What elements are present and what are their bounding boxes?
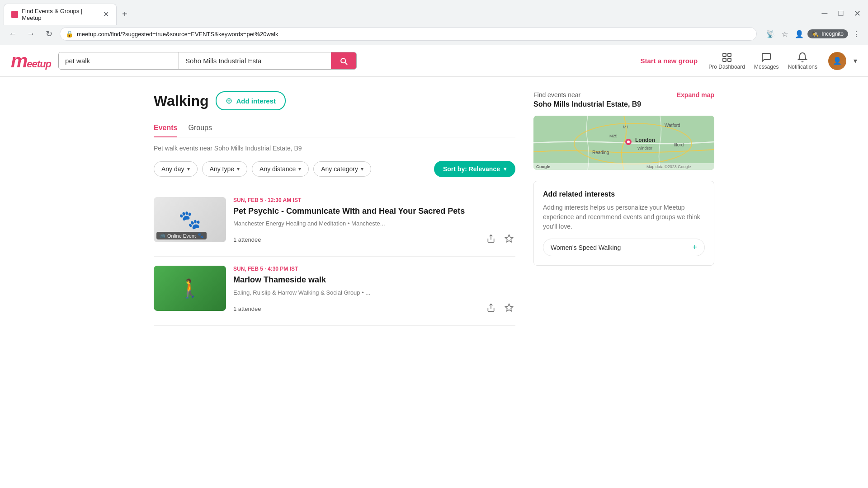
search-keyword-input[interactable] [59, 52, 179, 69]
incognito-hat-icon: 🕵️ [812, 31, 819, 37]
bookmark-star-icon [505, 234, 514, 243]
svg-text:Windsor: Windsor [637, 146, 652, 150]
svg-rect-3 [728, 58, 731, 61]
filter-category-label: Any category [321, 165, 358, 173]
sort-button[interactable]: Sort by: Relevance ▾ [434, 161, 515, 177]
page-title: Walking [154, 93, 208, 109]
share-button-2[interactable] [485, 301, 497, 316]
close-window-button[interactable]: ✕ [850, 6, 864, 21]
bookmark-button[interactable]: ☆ [778, 28, 791, 40]
related-tag-button[interactable]: Women's Speed Walking + [543, 239, 705, 256]
incognito-badge: 🕵️ Incognito [807, 29, 848, 38]
svg-marker-4 [505, 235, 513, 242]
browser-chrome: Find Events & Groups | Meetup ✕ + ─ □ ✕ … [0, 0, 868, 45]
map-svg: London Reading Watford Ilford M25 M1 Win… [533, 116, 714, 170]
event-attendees-1: 1 attendee [233, 236, 261, 243]
filter-type-chevron-icon: ▾ [237, 166, 240, 172]
tab-close-button[interactable]: ✕ [103, 11, 109, 18]
expand-map-link[interactable]: Expand map [677, 91, 714, 99]
map-container[interactable]: London Reading Watford Ilford M25 M1 Win… [533, 116, 714, 170]
filters-bar: Any day ▾ Any type ▾ Any distance ▾ Any … [154, 161, 515, 177]
browser-action-buttons: 📡 ☆ 👤 🕵️ Incognito ⋮ [764, 28, 863, 40]
svg-point-16 [627, 141, 630, 143]
event-footer-1: 1 attendee [233, 232, 515, 247]
event-footer-2: 1 attendee [233, 301, 515, 316]
security-lock-icon: 🔒 [66, 30, 73, 38]
event-card-2: 🚶 SUN, FEB 5 · 4:30 PM IST Marlow Thames… [154, 257, 515, 325]
main-content: Walking ⊕ Add interest Events Groups Pet… [118, 77, 750, 340]
find-near-info: Find events near Soho Mills Industrial E… [533, 91, 641, 108]
filter-category-button[interactable]: Any category ▾ [313, 161, 371, 177]
active-tab[interactable]: Find Events & Groups | Meetup ✕ [4, 4, 117, 25]
filter-distance-chevron-icon: ▾ [298, 166, 301, 172]
filter-distance-button[interactable]: Any distance ▾ [252, 161, 309, 177]
svg-text:M1: M1 [623, 125, 629, 129]
messages-link[interactable]: Messages [754, 52, 779, 70]
forward-button[interactable]: → [24, 27, 38, 41]
related-interests-title: Add related interests [543, 190, 705, 198]
tab-groups[interactable]: Groups [188, 119, 212, 137]
search-submit-button[interactable] [331, 52, 356, 69]
minimize-button[interactable]: ─ [817, 6, 832, 21]
search-location-input[interactable] [179, 52, 331, 69]
user-avatar[interactable]: 👤 [828, 52, 846, 70]
event-thumbnail-2[interactable]: 🚶 [154, 266, 226, 311]
save-button-2[interactable] [503, 301, 515, 316]
cast-button[interactable]: 📡 [764, 28, 777, 40]
online-event-emoji: 🐾 [198, 233, 204, 239]
sort-label: Sort by: Relevance [443, 165, 500, 173]
new-tab-button[interactable]: + [118, 7, 131, 21]
related-interests-box: Add related interests Adding interests h… [533, 181, 714, 266]
event-card-1: 🐾 📹 Online Event 🐾 SUN, FEB 5 · 12:30 AM… [154, 188, 515, 257]
filter-type-label: Any type [210, 165, 234, 173]
share-button-1[interactable] [485, 232, 497, 247]
address-bar[interactable]: 🔒 meetup.com/find/?suggested=true&source… [60, 27, 757, 41]
event-group-2: Ealing, Ruislip & Harrow Walking & Socia… [233, 289, 515, 296]
add-interest-button[interactable]: ⊕ Add interest [216, 91, 286, 110]
start-group-link[interactable]: Start a new group [641, 57, 698, 65]
related-interests-description: Adding interests helps us personalize yo… [543, 203, 705, 231]
back-button[interactable]: ← [5, 27, 20, 41]
tab-title: Find Events & Groups | Meetup [22, 8, 99, 21]
meetup-logo[interactable]: meetup [11, 50, 51, 72]
find-near-label: Find events near [533, 91, 641, 99]
event-thumbnail-1[interactable]: 🐾 📹 Online Event 🐾 [154, 197, 226, 242]
event-title-1[interactable]: Pet Psychic - Communicate With and Heal … [233, 206, 515, 216]
filter-day-label: Any day [161, 165, 184, 173]
url-text: meetup.com/find/?suggested=true&source=E… [77, 31, 751, 38]
svg-marker-5 [505, 304, 513, 311]
svg-text:London: London [635, 137, 655, 143]
tab-list: Find Events & Groups | Meetup ✕ + [4, 4, 817, 25]
filter-day-button[interactable]: Any day ▾ [154, 161, 198, 177]
right-panel: Find events near Soho Mills Industrial E… [533, 91, 714, 326]
reload-button[interactable]: ↻ [42, 27, 56, 41]
menu-button[interactable]: ⋮ [850, 28, 863, 40]
pro-dashboard-icon [722, 52, 732, 63]
share-icon-2 [486, 303, 495, 312]
restore-button[interactable]: □ [834, 6, 848, 21]
notifications-link[interactable]: Notifications [788, 52, 817, 70]
sort-chevron-icon: ▾ [504, 166, 506, 172]
online-event-badge: 📹 Online Event 🐾 [156, 232, 207, 239]
pro-dashboard-link[interactable]: Pro Dashboard [708, 52, 745, 70]
save-button-1[interactable] [503, 232, 515, 247]
event-title-2[interactable]: Marlow Thameside walk [233, 275, 515, 285]
event-date-2: SUN, FEB 5 · 4:30 PM IST [233, 266, 515, 272]
notifications-label: Notifications [788, 64, 817, 70]
filter-day-chevron-icon: ▾ [187, 166, 190, 172]
event-actions-1 [485, 232, 515, 247]
add-interest-plus-icon: ⊕ [226, 96, 232, 106]
nav-icons: Pro Dashboard Messages Notifications [708, 52, 817, 70]
profile-button[interactable]: 👤 [793, 28, 806, 40]
filter-type-button[interactable]: Any type ▾ [202, 161, 247, 177]
pro-dashboard-label: Pro Dashboard [708, 64, 745, 70]
tab-events[interactable]: Events [154, 119, 177, 137]
left-panel: Walking ⊕ Add interest Events Groups Pet… [154, 91, 515, 326]
find-events-near: Find events near Soho Mills Industrial E… [533, 91, 714, 108]
search-form [58, 52, 357, 70]
avatar-chevron-icon[interactable]: ▾ [854, 56, 857, 65]
svg-rect-2 [723, 58, 726, 61]
svg-rect-1 [728, 53, 731, 56]
event-image-2: 🚶 [154, 266, 226, 311]
event-info-1: SUN, FEB 5 · 12:30 AM IST Pet Psychic - … [233, 197, 515, 247]
